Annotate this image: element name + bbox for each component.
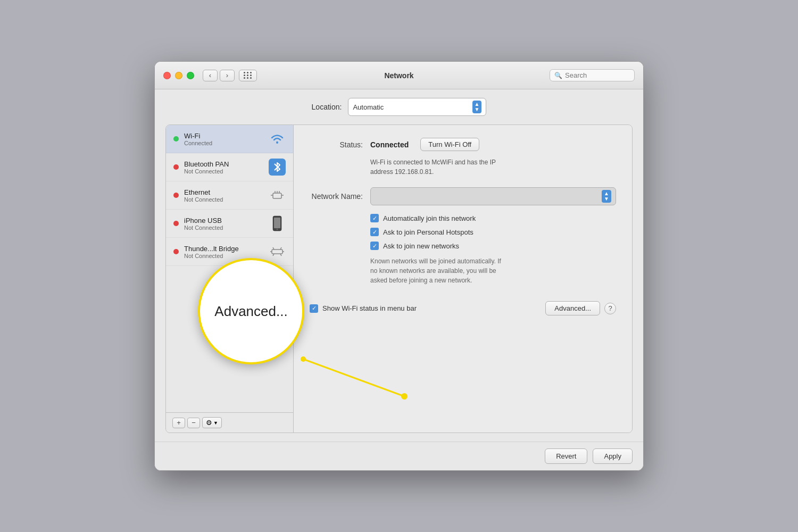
- status-value: Connected: [370, 140, 409, 149]
- svg-rect-8: [274, 218, 280, 228]
- show-wifi-label: Show Wi-Fi status in menu bar: [322, 304, 417, 312]
- checkbox-new-networks[interactable]: ✓: [370, 242, 379, 250]
- checkbox-row-1[interactable]: ✓ Ask to join Personal Hotspots: [370, 228, 616, 236]
- advanced-button[interactable]: Advanced...: [545, 301, 600, 315]
- sidebar: Wi-Fi Connected: [166, 125, 294, 433]
- search-icon: 🔍: [554, 72, 562, 79]
- status-row: Status: Connected Turn Wi-Fi Off: [310, 138, 616, 151]
- checkbox-personal-hotspots[interactable]: ✓: [370, 228, 379, 236]
- checkbox-row-0[interactable]: ✓ Automatically join this network: [370, 214, 616, 222]
- network-select-arrows-icon: ▲ ▼: [602, 190, 611, 203]
- close-button[interactable]: [163, 72, 171, 79]
- svg-line-17: [303, 359, 404, 396]
- network-item-bluetooth[interactable]: Bluetooth PAN Not Connected: [166, 153, 293, 181]
- network-list: Wi-Fi Connected: [166, 125, 293, 412]
- content-area: Location: Automatic ▲ ▼ Wi-Fi: [155, 89, 643, 442]
- detail-panel: Status: Connected Turn Wi-Fi Off Wi-Fi i…: [294, 125, 632, 433]
- checkbox-show-wifi[interactable]: ✓: [310, 304, 318, 313]
- forward-button[interactable]: ›: [220, 70, 235, 81]
- network-status-bluetooth: Not Connected: [184, 168, 263, 174]
- network-item-iphone[interactable]: iPhone USB Not Connected: [166, 210, 293, 238]
- bottom-right-buttons: Advanced... ?: [545, 301, 616, 315]
- apply-button[interactable]: Apply: [593, 448, 633, 464]
- bluetooth-icon: [269, 159, 286, 176]
- thunderbolt-icon: [269, 243, 286, 260]
- network-name-ethernet: Ethernet: [184, 188, 263, 196]
- ethernet-icon: [269, 187, 286, 204]
- checkboxes-area: ✓ Automatically join this network ✓ Ask …: [370, 214, 616, 250]
- status-dot-wifi: [173, 136, 179, 142]
- bluetooth-svg: [272, 161, 282, 173]
- grid-icon: [244, 72, 252, 79]
- network-name-bluetooth: Bluetooth PAN: [184, 160, 263, 168]
- location-bar: Location: Automatic ▲ ▼: [165, 98, 633, 116]
- network-name-label: Network Name:: [310, 192, 363, 201]
- svg-rect-10: [272, 250, 282, 254]
- traffic-lights: [163, 72, 194, 79]
- network-info-bluetooth: Bluetooth PAN Not Connected: [184, 160, 263, 174]
- status-dot-thunderbolt: [173, 249, 179, 254]
- status-dot-bluetooth: [173, 164, 179, 170]
- checkmark-icon: ✓: [372, 243, 377, 249]
- search-input[interactable]: [565, 71, 630, 79]
- network-name-wifi: Wi-Fi: [184, 132, 263, 140]
- location-value: Automatic: [353, 103, 469, 111]
- network-info-wifi: Wi-Fi Connected: [184, 132, 263, 146]
- svg-point-0: [276, 142, 278, 144]
- back-button[interactable]: ‹: [203, 70, 218, 81]
- network-status-ethernet: Not Connected: [184, 196, 263, 203]
- phone-svg: [272, 215, 282, 231]
- wifi-icon: [269, 130, 286, 147]
- network-name-row: Network Name: ▲ ▼: [310, 187, 616, 205]
- checkmark-icon: ✓: [372, 215, 377, 221]
- remove-network-button[interactable]: −: [187, 418, 200, 428]
- window-title: Network: [384, 71, 413, 80]
- network-window: ‹ › Network 🔍 Location: Automatic ▲: [154, 61, 644, 471]
- svg-point-19: [301, 356, 306, 362]
- checkbox-label-auto-join: Automatically join this network: [383, 214, 476, 222]
- add-network-button[interactable]: +: [172, 418, 185, 428]
- checkbox-label-personal-hotspots: Ask to join Personal Hotspots: [383, 228, 473, 236]
- network-item-wifi[interactable]: Wi-Fi Connected: [166, 125, 293, 153]
- location-select[interactable]: Automatic ▲ ▼: [348, 98, 486, 116]
- hint-text: Known networks will be joined automatica…: [370, 256, 616, 285]
- wifi-svg: [269, 132, 286, 145]
- network-name-select[interactable]: ▲ ▼: [370, 187, 616, 205]
- revert-button[interactable]: Revert: [545, 448, 587, 464]
- network-status-thunderbolt: Not Connected: [184, 253, 263, 259]
- svg-point-18: [401, 393, 408, 400]
- nav-buttons: ‹ ›: [203, 70, 257, 81]
- network-name-iphone: iPhone USB: [184, 217, 263, 225]
- network-status-wifi: Connected: [184, 140, 263, 146]
- sidebar-toolbar: + − ⚙ ▼: [166, 412, 293, 433]
- zoom-arrow: [287, 343, 420, 412]
- wifi-off-button[interactable]: Turn Wi-Fi Off: [420, 138, 479, 151]
- bottom-row: ✓ Show Wi-Fi status in menu bar Advanced…: [310, 301, 616, 315]
- network-settings-button[interactable]: ⚙ ▼: [202, 417, 222, 428]
- checkbox-label-new-networks: Ask to join new networks: [383, 242, 459, 250]
- thunderbolt-svg: [269, 245, 286, 258]
- svg-rect-1: [273, 193, 281, 198]
- status-dot-ethernet: [173, 193, 179, 198]
- grid-button[interactable]: [239, 70, 257, 81]
- network-status-iphone: Not Connected: [184, 225, 263, 231]
- gear-icon: ⚙: [206, 419, 212, 427]
- maximize-button[interactable]: [187, 72, 194, 79]
- help-button[interactable]: ?: [604, 303, 616, 314]
- network-info-thunderbolt: Thunde...lt Bridge Not Connected: [184, 245, 263, 259]
- checkmark-icon: ✓: [372, 229, 377, 235]
- svg-point-9: [277, 229, 278, 230]
- checkbox-row-2[interactable]: ✓ Ask to join new networks: [370, 242, 616, 250]
- network-info-ethernet: Ethernet Not Connected: [184, 188, 263, 203]
- network-item-thunderbolt[interactable]: Thunde...lt Bridge Not Connected: [166, 238, 293, 266]
- location-arrows-icon: ▲ ▼: [472, 101, 482, 113]
- search-box[interactable]: 🔍: [550, 69, 635, 81]
- checkbox-auto-join[interactable]: ✓: [370, 214, 379, 222]
- checkmark-icon: ✓: [312, 305, 317, 311]
- location-label: Location:: [312, 103, 342, 111]
- status-description: Wi-Fi is connected to McWiFi and has the…: [370, 157, 616, 177]
- network-item-ethernet[interactable]: Ethernet Not Connected: [166, 181, 293, 210]
- minimize-button[interactable]: [175, 72, 182, 79]
- status-label: Status:: [310, 140, 363, 149]
- window-footer: Revert Apply: [155, 442, 643, 470]
